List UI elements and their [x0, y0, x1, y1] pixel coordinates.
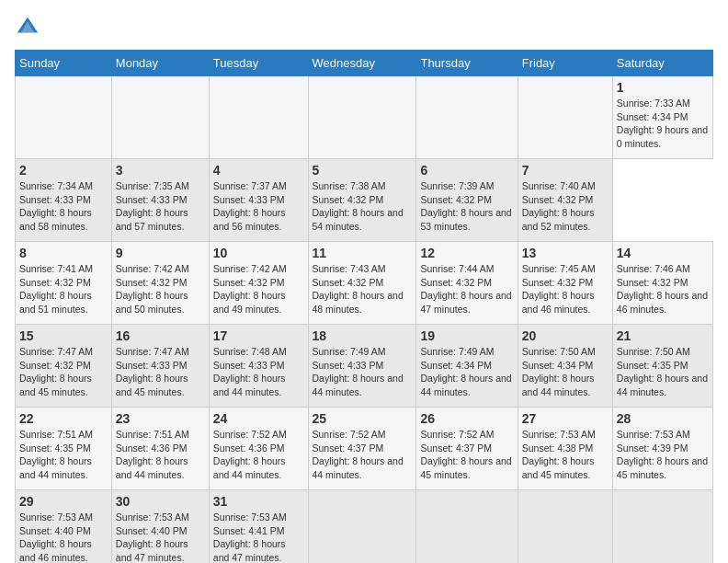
day-info: Sunrise: 7:50 AMSunset: 4:34 PMDaylight:…: [522, 345, 609, 399]
day-number: 14: [617, 246, 709, 260]
calendar-cell: [308, 76, 416, 159]
day-info: Sunrise: 7:53 AMSunset: 4:39 PMDaylight:…: [617, 428, 709, 482]
day-info: Sunrise: 7:45 AMSunset: 4:32 PMDaylight:…: [522, 262, 609, 316]
calendar-cell: 16Sunrise: 7:47 AMSunset: 4:33 PMDayligh…: [111, 325, 209, 408]
calendar-cell: [308, 490, 416, 564]
day-number: 7: [522, 163, 609, 178]
header-saturday: Saturday: [612, 51, 712, 76]
day-info: Sunrise: 7:49 AMSunset: 4:34 PMDaylight:…: [420, 345, 513, 399]
day-info: Sunrise: 7:51 AMSunset: 4:36 PMDaylight:…: [116, 428, 205, 482]
calendar-week-row: 8Sunrise: 7:41 AMSunset: 4:32 PMDaylight…: [16, 242, 713, 325]
calendar-cell: [16, 76, 112, 159]
calendar-cell: [612, 490, 712, 564]
calendar-cell: 23Sunrise: 7:51 AMSunset: 4:36 PMDayligh…: [111, 408, 209, 490]
header-sunday: Sunday: [16, 51, 112, 76]
day-number: 12: [420, 246, 513, 260]
calendar-cell: 19Sunrise: 7:49 AMSunset: 4:34 PMDayligh…: [416, 325, 518, 408]
header-monday: Monday: [111, 51, 209, 76]
calendar-cell: 7Sunrise: 7:40 AMSunset: 4:32 PMDaylight…: [518, 159, 612, 242]
calendar-cell: 29Sunrise: 7:53 AMSunset: 4:40 PMDayligh…: [16, 490, 112, 564]
day-number: 2: [19, 163, 108, 178]
day-number: 22: [19, 411, 108, 426]
calendar-cell: 22Sunrise: 7:51 AMSunset: 4:35 PMDayligh…: [16, 408, 112, 490]
day-number: 20: [522, 328, 609, 343]
day-info: Sunrise: 7:48 AMSunset: 4:33 PMDaylight:…: [213, 345, 304, 399]
header-friday: Friday: [518, 51, 612, 76]
day-number: 4: [213, 163, 304, 178]
day-number: 5: [313, 163, 413, 178]
day-number: 25: [313, 411, 413, 426]
calendar-cell: 10Sunrise: 7:42 AMSunset: 4:32 PMDayligh…: [209, 242, 308, 325]
logo: [15, 15, 44, 40]
day-number: 16: [116, 328, 205, 343]
day-info: Sunrise: 7:50 AMSunset: 4:35 PMDaylight:…: [617, 345, 709, 399]
calendar-cell: [111, 76, 209, 159]
calendar-cell: 2Sunrise: 7:34 AMSunset: 4:33 PMDaylight…: [16, 159, 112, 242]
calendar-cell: 12Sunrise: 7:44 AMSunset: 4:32 PMDayligh…: [416, 242, 518, 325]
calendar-cell: 5Sunrise: 7:38 AMSunset: 4:32 PMDaylight…: [308, 159, 416, 242]
calendar-cell: 20Sunrise: 7:50 AMSunset: 4:34 PMDayligh…: [518, 325, 612, 408]
day-info: Sunrise: 7:49 AMSunset: 4:33 PMDaylight:…: [313, 345, 413, 399]
day-info: Sunrise: 7:39 AMSunset: 4:32 PMDaylight:…: [420, 179, 513, 234]
day-number: 23: [116, 411, 205, 426]
day-number: 28: [617, 411, 709, 426]
day-number: 31: [213, 494, 304, 509]
day-info: Sunrise: 7:40 AMSunset: 4:32 PMDaylight:…: [522, 179, 609, 234]
calendar-cell: 31Sunrise: 7:53 AMSunset: 4:41 PMDayligh…: [209, 490, 308, 564]
calendar-table: SundayMondayTuesdayWednesdayThursdayFrid…: [15, 50, 713, 563]
day-number: 27: [522, 411, 609, 426]
header-tuesday: Tuesday: [209, 51, 308, 76]
calendar-cell: 17Sunrise: 7:48 AMSunset: 4:33 PMDayligh…: [209, 325, 308, 408]
day-info: Sunrise: 7:52 AMSunset: 4:36 PMDaylight:…: [213, 428, 304, 482]
day-number: 19: [420, 328, 513, 343]
day-info: Sunrise: 7:37 AMSunset: 4:33 PMDaylight:…: [213, 179, 304, 234]
calendar-week-row: 22Sunrise: 7:51 AMSunset: 4:35 PMDayligh…: [16, 408, 713, 490]
day-number: 8: [19, 246, 108, 260]
day-info: Sunrise: 7:53 AMSunset: 4:40 PMDaylight:…: [116, 511, 205, 563]
logo-icon: [15, 15, 40, 40]
calendar-cell: 11Sunrise: 7:43 AMSunset: 4:32 PMDayligh…: [308, 242, 416, 325]
day-info: Sunrise: 7:47 AMSunset: 4:33 PMDaylight:…: [116, 345, 205, 399]
calendar-cell: 14Sunrise: 7:46 AMSunset: 4:32 PMDayligh…: [612, 242, 712, 325]
day-number: 11: [313, 246, 413, 260]
calendar-cell: [518, 76, 612, 159]
calendar-cell: 13Sunrise: 7:45 AMSunset: 4:32 PMDayligh…: [518, 242, 612, 325]
day-info: Sunrise: 7:33 AMSunset: 4:34 PMDaylight:…: [617, 97, 709, 151]
page-header: [15, 15, 713, 40]
day-info: Sunrise: 7:51 AMSunset: 4:35 PMDaylight:…: [19, 428, 108, 482]
calendar-cell: 27Sunrise: 7:53 AMSunset: 4:38 PMDayligh…: [518, 408, 612, 490]
day-number: 13: [522, 246, 609, 260]
calendar-week-row: 15Sunrise: 7:47 AMSunset: 4:32 PMDayligh…: [16, 325, 713, 408]
calendar-week-row: 29Sunrise: 7:53 AMSunset: 4:40 PMDayligh…: [16, 490, 713, 564]
day-info: Sunrise: 7:52 AMSunset: 4:37 PMDaylight:…: [313, 428, 413, 482]
calendar-cell: 26Sunrise: 7:52 AMSunset: 4:37 PMDayligh…: [416, 408, 518, 490]
calendar-header-row: SundayMondayTuesdayWednesdayThursdayFrid…: [16, 51, 713, 76]
calendar-cell: 24Sunrise: 7:52 AMSunset: 4:36 PMDayligh…: [209, 408, 308, 490]
day-info: Sunrise: 7:42 AMSunset: 4:32 PMDaylight:…: [213, 262, 304, 316]
day-number: 9: [116, 246, 205, 260]
day-info: Sunrise: 7:43 AMSunset: 4:32 PMDaylight:…: [313, 262, 413, 316]
calendar-cell: 9Sunrise: 7:42 AMSunset: 4:32 PMDaylight…: [111, 242, 209, 325]
header-thursday: Thursday: [416, 51, 518, 76]
day-number: 10: [213, 246, 304, 260]
calendar-cell: 4Sunrise: 7:37 AMSunset: 4:33 PMDaylight…: [209, 159, 308, 242]
day-info: Sunrise: 7:53 AMSunset: 4:38 PMDaylight:…: [522, 428, 609, 482]
day-number: 21: [617, 328, 709, 343]
calendar-week-row: 1Sunrise: 7:33 AMSunset: 4:34 PMDaylight…: [16, 76, 713, 159]
calendar-cell: 21Sunrise: 7:50 AMSunset: 4:35 PMDayligh…: [612, 325, 712, 408]
calendar-cell: 3Sunrise: 7:35 AMSunset: 4:33 PMDaylight…: [111, 159, 209, 242]
calendar-cell: 18Sunrise: 7:49 AMSunset: 4:33 PMDayligh…: [308, 325, 416, 408]
day-info: Sunrise: 7:42 AMSunset: 4:32 PMDaylight:…: [116, 262, 205, 316]
calendar-cell: [518, 490, 612, 564]
calendar-cell: 15Sunrise: 7:47 AMSunset: 4:32 PMDayligh…: [16, 325, 112, 408]
day-info: Sunrise: 7:46 AMSunset: 4:32 PMDaylight:…: [617, 262, 709, 316]
day-number: 3: [116, 163, 205, 178]
day-number: 30: [116, 494, 205, 509]
calendar-cell: [209, 76, 308, 159]
day-info: Sunrise: 7:44 AMSunset: 4:32 PMDaylight:…: [420, 262, 513, 316]
day-number: 26: [420, 411, 513, 426]
calendar-cell: 30Sunrise: 7:53 AMSunset: 4:40 PMDayligh…: [111, 490, 209, 564]
day-info: Sunrise: 7:34 AMSunset: 4:33 PMDaylight:…: [19, 179, 108, 234]
day-info: Sunrise: 7:35 AMSunset: 4:33 PMDaylight:…: [116, 179, 205, 234]
day-info: Sunrise: 7:53 AMSunset: 4:40 PMDaylight:…: [19, 511, 108, 563]
